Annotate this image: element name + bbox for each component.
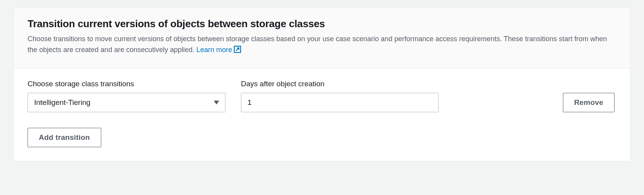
panel-header: Transition current versions of objects b…: [14, 8, 630, 69]
days-input[interactable]: [241, 93, 439, 112]
days-field: Days after object creation: [241, 80, 439, 112]
remove-button[interactable]: Remove: [563, 93, 615, 112]
storage-class-select-box[interactable]: Intelligent-Tiering: [28, 93, 225, 112]
storage-class-field: Choose storage class transitions Intelli…: [28, 80, 225, 112]
storage-class-select[interactable]: Intelligent-Tiering: [28, 93, 225, 112]
days-label: Days after object creation: [241, 80, 439, 88]
learn-more-text: Learn more: [196, 46, 232, 54]
panel-body: Choose storage class transitions Intelli…: [14, 69, 630, 161]
storage-class-value: Intelligent-Tiering: [34, 98, 90, 107]
external-link-icon: [234, 45, 241, 57]
add-transition-button[interactable]: Add transition: [28, 128, 101, 147]
storage-class-label: Choose storage class transitions: [28, 80, 225, 88]
remove-column: Remove: [563, 93, 616, 112]
learn-more-link[interactable]: Learn more: [196, 46, 241, 54]
panel-description: Choose transitions to move current versi…: [28, 34, 616, 57]
transition-panel: Transition current versions of objects b…: [14, 8, 630, 161]
description-text: Choose transitions to move current versi…: [28, 35, 607, 54]
panel-title: Transition current versions of objects b…: [28, 18, 616, 30]
transition-row: Choose storage class transitions Intelli…: [28, 80, 616, 112]
